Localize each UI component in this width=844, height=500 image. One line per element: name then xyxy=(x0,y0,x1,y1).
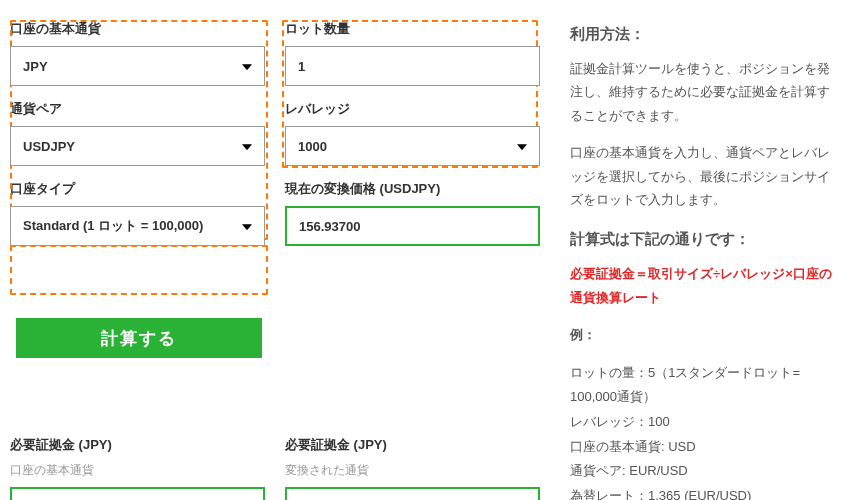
example-currency: 口座の基本通貨: USD xyxy=(570,435,834,460)
result-a-sublabel: 口座の基本通貨 xyxy=(10,462,265,479)
base-currency-value: JPY xyxy=(23,59,48,74)
result-a-output: 15,693.70 xyxy=(10,487,265,500)
usage-title: 利用方法： xyxy=(570,20,834,47)
example-label: 例： xyxy=(570,323,834,346)
info-panel: 利用方法： 証拠金計算ツールを使うと、ポジションを発注し、維持するために必要な証… xyxy=(560,20,834,500)
currency-pair-value: USDJPY xyxy=(23,139,75,154)
account-type-label: 口座タイプ xyxy=(10,180,265,198)
result-b-label: 必要証拠金 (JPY) xyxy=(285,436,540,454)
account-type-select[interactable]: Standard (1 ロット = 100,000) xyxy=(10,206,265,246)
conversion-price-output: 156.93700 xyxy=(285,206,540,246)
result-a-label: 必要証拠金 (JPY) xyxy=(10,436,265,454)
currency-pair-select[interactable]: USDJPY xyxy=(10,126,265,166)
currency-pair-label: 通貨ペア xyxy=(10,100,265,118)
base-currency-label: 口座の基本通貨 xyxy=(10,20,265,38)
leverage-label: レバレッジ xyxy=(285,100,540,118)
formula-text: 必要証拠金＝取引サイズ÷レバレッジ×口座の通貨換算レート xyxy=(570,262,834,309)
usage-p2: 口座の基本通貨を入力し、通貨ペアとレバレッジを選択してから、最後にポジションサイ… xyxy=(570,141,834,211)
example-leverage: レバレッジ：100 xyxy=(570,410,834,435)
lot-size-label: ロット数量 xyxy=(285,20,540,38)
leverage-select[interactable]: 1000 xyxy=(285,126,540,166)
lot-size-value: 1 xyxy=(298,59,305,74)
calculate-button-label: 計算する xyxy=(101,327,177,350)
result-b-output: 15,693.70 xyxy=(285,487,540,500)
example-lot: ロットの量：5（1スタンダードロット= 100,000通貨） xyxy=(570,361,834,410)
lot-size-input[interactable]: 1 xyxy=(285,46,540,86)
account-type-value: Standard (1 ロット = 100,000) xyxy=(23,217,203,235)
leverage-value: 1000 xyxy=(298,139,327,154)
conversion-price-label: 現在の変換価格 (USDJPY) xyxy=(285,180,540,198)
conversion-price-value: 156.93700 xyxy=(299,219,360,234)
result-b-sublabel: 変換された通貨 xyxy=(285,462,540,479)
calculate-button[interactable]: 計算する xyxy=(16,318,262,358)
example-rate: 為替レート：1.365 (EUR/USD) xyxy=(570,484,834,500)
example-pair: 通貨ペア: EUR/USD xyxy=(570,459,834,484)
usage-p1: 証拠金計算ツールを使うと、ポジションを発注し、維持するために必要な証拠金を計算す… xyxy=(570,57,834,127)
formula-title: 計算式は下記の通りです： xyxy=(570,225,834,252)
base-currency-select[interactable]: JPY xyxy=(10,46,265,86)
